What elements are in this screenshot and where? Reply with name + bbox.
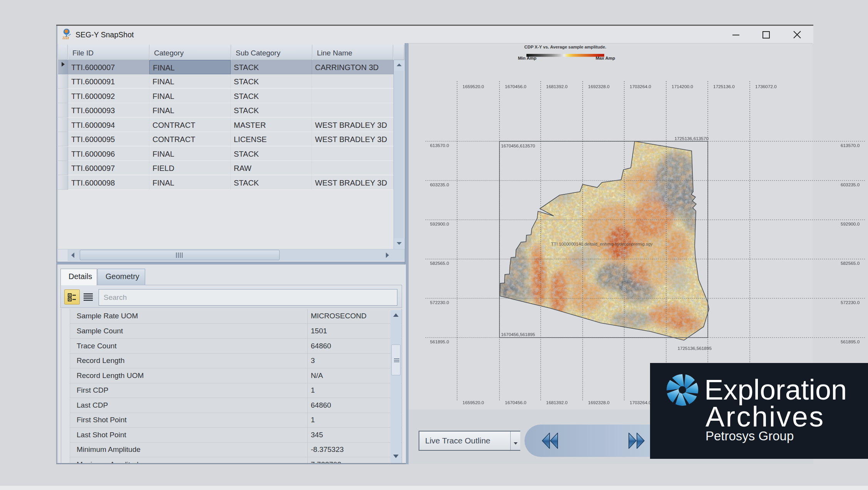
svg-text:1659520.0: 1659520.0: [462, 84, 484, 89]
svg-text:Min Amp: Min Amp: [518, 56, 536, 60]
svg-text:1670456.0: 1670456.0: [505, 400, 526, 405]
svg-text:582565.0: 582565.0: [841, 261, 860, 266]
svg-text:603235.0: 603235.0: [430, 182, 449, 187]
svg-text:1725136.0: 1725136.0: [713, 84, 735, 89]
svg-text:1736072.0: 1736072.0: [755, 84, 777, 89]
svg-text:572230.0: 572230.0: [430, 300, 449, 305]
svg-text:1670456,613570: 1670456,613570: [501, 143, 535, 149]
svg-text:613570.0: 613570.0: [430, 143, 449, 148]
svg-text:1670456.0: 1670456.0: [505, 84, 526, 89]
svg-text:1703264.0: 1703264.0: [630, 84, 651, 89]
svg-text:1714200.0: 1714200.0: [672, 84, 693, 89]
svg-text:CDP X-Y vs. Average sample amp: CDP X-Y vs. Average sample amplitude.: [524, 45, 607, 49]
svg-text:1725136,613570: 1725136,613570: [674, 136, 709, 141]
svg-text:561895.0: 561895.0: [841, 339, 860, 345]
svg-text:592900.0: 592900.0: [841, 221, 860, 227]
svg-text:561895.0: 561895.0: [430, 339, 449, 345]
svg-text:1670456,561895: 1670456,561895: [501, 332, 535, 337]
svg-text:592900.0: 592900.0: [430, 221, 449, 227]
svg-text:1681392.0: 1681392.0: [546, 400, 568, 405]
svg-text:1725136,561895: 1725136,561895: [677, 346, 712, 351]
svg-text:Max Amp: Max Amp: [596, 56, 615, 60]
svg-text:582565.0: 582565.0: [430, 261, 449, 266]
svg-text:1692328.0: 1692328.0: [588, 84, 610, 89]
svg-text:603235.0: 603235.0: [841, 182, 860, 187]
svg-text:572230.0: 572230.0: [841, 300, 860, 305]
svg-text:613570.0: 613570.0: [841, 143, 860, 148]
svg-text:1659520.0: 1659520.0: [462, 400, 484, 405]
svg-text:1692328.0: 1692328.0: [588, 400, 610, 405]
svg-text:TTI.1000000140.deltaid_enhmq-h: TTI.1000000140.deltaid_enhmq-hydeconprem…: [551, 242, 653, 246]
svg-text:1703264.0: 1703264.0: [630, 400, 651, 405]
svg-text:1681392.0: 1681392.0: [546, 84, 568, 89]
